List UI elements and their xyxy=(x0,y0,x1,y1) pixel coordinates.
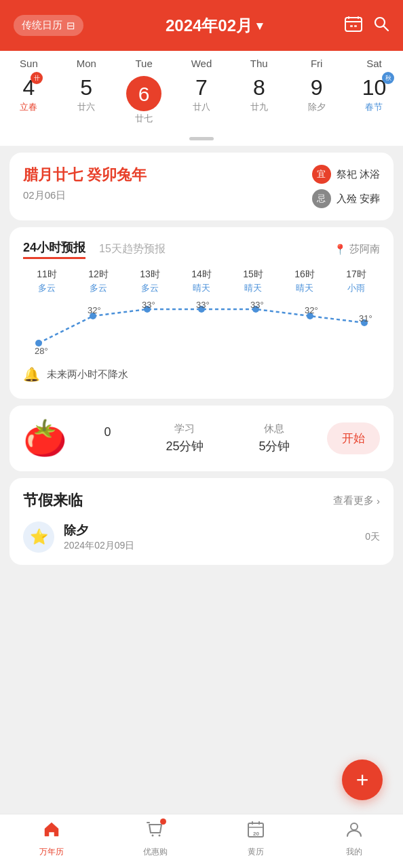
calendar-type-button[interactable]: 传统日历 ⊟ xyxy=(14,15,83,36)
header-actions xyxy=(345,16,389,36)
calendar-type-label: 传统日历 xyxy=(22,19,62,32)
holiday-date: 2024年02月09日 xyxy=(64,540,134,552)
tomato-icon: 🍅 xyxy=(23,418,67,459)
hour-desc-15: 晴天 xyxy=(244,282,262,294)
hour-time-17: 17时 xyxy=(346,269,366,281)
fab-button[interactable]: + xyxy=(342,760,383,800)
nav-almanac-label: 黄历 xyxy=(248,846,264,858)
weather-location: 📍 莎阿南 xyxy=(334,243,380,256)
nav-profile-icon xyxy=(345,820,364,844)
lunar-title: 腊月廿七 癸卯兔年 xyxy=(23,165,147,185)
nav-home-icon xyxy=(42,820,61,844)
nav-shop[interactable]: 优惠购 xyxy=(143,820,168,858)
svg-rect-4 xyxy=(350,25,353,27)
weekday-fri: Fri xyxy=(290,58,344,69)
holiday-header: 节假来临 查看更多 › xyxy=(23,490,380,511)
pomodoro-start-button[interactable]: 开始 xyxy=(327,422,380,454)
svg-text:28°: 28° xyxy=(35,346,48,355)
holiday-countdown: 0天 xyxy=(365,531,380,543)
holiday-star-icon: ⭐ xyxy=(23,521,54,553)
weather-hours: 11时 多云 12时 多云 13时 多云 14时 晴天 15时 晴天 16时 晴… xyxy=(23,269,380,294)
hour-desc-14: 晴天 xyxy=(193,282,210,294)
svg-rect-0 xyxy=(345,18,362,31)
pomo-count-value: 0 xyxy=(104,425,111,439)
calendar-icon[interactable] xyxy=(345,16,362,36)
weather-alert-text: 未来两小时不降水 xyxy=(47,368,128,381)
day-lunar-6: 廿七 xyxy=(135,113,153,125)
fab-plus-icon: + xyxy=(356,768,369,793)
pomo-count: 0 xyxy=(104,422,111,454)
app-header: 传统日历 ⊟ 2024年02月 ▾ xyxy=(0,0,403,51)
activity-bad: 忌 入殓 安葬 xyxy=(312,189,380,208)
calendar-day-6[interactable]: 6 廿七 xyxy=(117,76,171,125)
pomodoro-card: 🍅 0 学习 25分钟 休息 5分钟 开始 xyxy=(9,406,394,471)
holiday-more-button[interactable]: 查看更多 › xyxy=(333,494,380,507)
calendar-day-7[interactable]: 7 廿八 xyxy=(174,76,229,125)
hour-desc-12: 多云 xyxy=(90,282,107,294)
svg-text:31°: 31° xyxy=(359,313,372,323)
lunar-date: 02月06日 xyxy=(23,189,147,202)
hour-desc-16: 晴天 xyxy=(296,282,313,294)
weekday-sat: Sat xyxy=(347,58,401,69)
svg-point-22 xyxy=(151,834,153,836)
day-lunar-7: 廿八 xyxy=(193,101,210,113)
weather-hour-17: 17时 小雨 xyxy=(332,269,380,294)
calendar-day-4[interactable]: 4 卄 立春 xyxy=(1,76,56,125)
calendar-day-8[interactable]: 8 廿九 xyxy=(232,76,286,125)
chevron-down-icon: ▾ xyxy=(256,18,263,33)
svg-rect-2 xyxy=(358,16,359,19)
search-icon[interactable] xyxy=(373,16,389,36)
pomodoro-stats: 0 学习 25分钟 休息 5分钟 xyxy=(77,422,318,454)
svg-text:33°: 33° xyxy=(196,301,210,310)
activity-good-icon: 宜 xyxy=(312,165,331,184)
lunar-activities: 宜 祭祀 沐浴 忌 入殓 安葬 xyxy=(312,165,380,208)
day-number-5: 5 xyxy=(80,76,92,100)
nav-home[interactable]: 万年历 xyxy=(39,820,64,858)
svg-text:32°: 32° xyxy=(305,305,318,315)
nav-profile[interactable]: 我的 xyxy=(345,820,364,858)
activity-bad-label: 入殓 安葬 xyxy=(337,193,380,205)
holiday-card: 节假来临 查看更多 › ⭐ 除夕 2024年02月09日 0天 xyxy=(9,478,394,565)
weekday-tue: Tue xyxy=(117,58,171,69)
calendar-day-9[interactable]: 9 除夕 xyxy=(290,76,344,125)
svg-rect-5 xyxy=(354,25,357,27)
weather-tabs: 24小时预报 15天趋势预报 📍 莎阿南 xyxy=(23,239,380,259)
calendar-type-icon: ⊟ xyxy=(66,20,75,32)
weather-tab-24h[interactable]: 24小时预报 xyxy=(23,239,85,259)
location-name: 莎阿南 xyxy=(349,243,380,256)
hour-time-16: 16时 xyxy=(294,269,315,281)
svg-point-29 xyxy=(351,823,358,830)
holiday-title: 节假来临 xyxy=(23,490,83,511)
weather-hour-12: 12时 多云 xyxy=(75,269,122,294)
month-selector[interactable]: 2024年02月 ▾ xyxy=(166,15,263,37)
hour-time-14: 14时 xyxy=(191,269,212,281)
hour-desc-11: 多云 xyxy=(38,282,56,294)
pomo-rest-value: 5分钟 xyxy=(258,438,290,454)
svg-text:32°: 32° xyxy=(88,305,101,315)
day-number-6: 6 xyxy=(126,76,161,111)
nav-almanac[interactable]: 20 黄历 xyxy=(246,820,265,858)
weather-hour-14: 14时 晴天 xyxy=(178,269,225,294)
hour-desc-17: 小雨 xyxy=(347,282,365,294)
weather-alert: 🔔 未来两小时不降水 xyxy=(23,362,380,387)
nav-almanac-icon: 20 xyxy=(246,820,265,844)
lunar-left: 腊月廿七 癸卯兔年 02月06日 xyxy=(23,165,147,202)
chevron-right-icon: › xyxy=(377,495,380,507)
day-badge-4: 卄 xyxy=(31,72,43,84)
hour-time-11: 11时 xyxy=(37,269,57,281)
svg-text:33°: 33° xyxy=(250,301,264,310)
day-number-7: 7 xyxy=(195,76,208,100)
holiday-info: 除夕 2024年02月09日 xyxy=(64,522,134,552)
lunar-info-card: 腊月廿七 癸卯兔年 02月06日 宜 祭祀 沐浴 忌 入殓 安葬 xyxy=(9,153,394,220)
calendar-day-5[interactable]: 5 廿六 xyxy=(59,76,113,125)
location-icon: 📍 xyxy=(334,243,347,256)
pomo-study: 学习 25分钟 xyxy=(166,422,204,454)
bell-icon: 🔔 xyxy=(23,366,40,382)
holiday-item-chuxi[interactable]: ⭐ 除夕 2024年02月09日 0天 xyxy=(23,521,380,553)
pomo-study-label: 学习 xyxy=(174,422,195,435)
weather-card: 24小时预报 15天趋势预报 📍 莎阿南 11时 多云 12时 多云 13时 多… xyxy=(9,227,394,399)
svg-line-7 xyxy=(384,26,389,31)
hour-time-12: 12时 xyxy=(88,269,109,281)
weather-tab-15d[interactable]: 15天趋势预报 xyxy=(99,242,166,256)
calendar-day-10[interactable]: 10 秋 春节 xyxy=(347,76,401,125)
